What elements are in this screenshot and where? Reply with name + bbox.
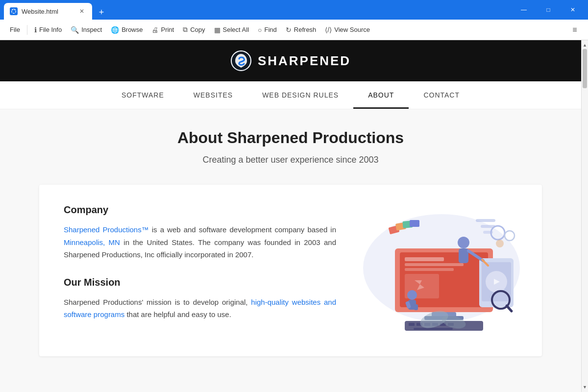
site-header: SHARPENED [0, 40, 581, 81]
illustration-svg [356, 204, 522, 332]
svg-rect-27 [414, 328, 453, 330]
logo-area: SHARPENED [230, 50, 351, 72]
svg-rect-4 [476, 219, 495, 222]
svg-rect-37 [414, 304, 418, 310]
page-subtitle: Creating a better user experience since … [39, 155, 542, 165]
company-section-title: Company [64, 204, 336, 216]
company-section-body: Sharpened Productions™ is a web and soft… [64, 223, 336, 261]
mission-section-body: Sharpened Productions' mission is to dev… [64, 296, 336, 321]
nav-websites[interactable]: WEBSITES [179, 81, 247, 109]
select-all-icon: ▦ [214, 26, 220, 34]
scrollbar-thumb[interactable] [583, 49, 587, 88]
page-content: About Sharpened Productions Creating a b… [0, 109, 581, 392]
find-icon: ○ [258, 26, 262, 34]
svg-point-38 [458, 237, 469, 248]
svg-rect-39 [459, 248, 468, 263]
window-close-button[interactable]: ✕ [562, 2, 584, 17]
refresh-icon: ↻ [286, 26, 292, 34]
select-all-button[interactable]: ▦ Select All [210, 24, 253, 36]
content-card: Company Sharpened Productions™ is a web … [39, 185, 542, 356]
logo-icon [230, 50, 252, 72]
browse-button[interactable]: 🌐 Browse [107, 24, 147, 36]
tab-close-button[interactable]: ✕ [77, 7, 86, 16]
tab-favicon [10, 7, 18, 15]
scrollbar-track: ▲ ▼ [581, 40, 588, 392]
view-source-button[interactable]: ⟨/⟩ View Source [321, 24, 374, 36]
content-illustration [356, 204, 522, 337]
page-scroll[interactable]: SHARPENED SOFTWARE WEBSITES WEB DESIGN R… [0, 40, 581, 392]
nav-web-design-rules[interactable]: WEB DESIGN RULES [247, 81, 353, 109]
copy-label: Copy [190, 26, 205, 33]
inspect-icon: 🔍 [71, 26, 79, 34]
svg-rect-10 [410, 220, 419, 227]
browser-content: SHARPENED SOFTWARE WEBSITES WEB DESIGN R… [0, 40, 588, 392]
inspect-button[interactable]: 🔍 Inspect [67, 24, 106, 36]
active-tab[interactable]: Website.html ✕ [4, 3, 92, 20]
scroll-up-arrow[interactable]: ▲ [582, 41, 588, 49]
svg-point-46 [496, 240, 504, 247]
browse-label: Browse [122, 26, 143, 33]
select-all-label: Select All [223, 26, 249, 33]
file-info-button[interactable]: ℹ File Info [30, 24, 66, 36]
svg-point-34 [407, 290, 417, 300]
copy-button[interactable]: ⧉ Copy [179, 23, 209, 36]
maximize-button[interactable]: □ [537, 2, 560, 17]
find-button[interactable]: ○ Find [254, 24, 281, 36]
print-button[interactable]: 🖨 Print [147, 24, 178, 36]
refresh-label: Refresh [294, 26, 317, 33]
file-info-label: File Info [39, 26, 62, 33]
svg-point-45 [505, 231, 514, 241]
nav-software[interactable]: SOFTWARE [107, 81, 179, 109]
toolbar-separator-1 [27, 25, 27, 35]
inspect-label: Inspect [81, 26, 102, 33]
copy-icon: ⧉ [183, 25, 188, 34]
scroll-down-arrow[interactable]: ▼ [582, 383, 588, 391]
title-bar: Website.html ✕ + — □ ✕ [0, 0, 588, 20]
window-controls: — □ ✕ [513, 2, 584, 17]
tab-title: Website.html [22, 8, 74, 15]
svg-rect-21 [409, 323, 415, 326]
find-label: Find [265, 26, 277, 33]
browse-icon: 🌐 [111, 26, 119, 34]
svg-rect-13 [405, 257, 444, 261]
svg-rect-14 [405, 263, 464, 266]
refresh-button[interactable]: ↻ Refresh [282, 24, 320, 36]
toolbar: File ℹ File Info 🔍 Inspect 🌐 Browse 🖨 Pr… [0, 20, 588, 40]
site-nav: SOFTWARE WEBSITES WEB DESIGN RULES ABOUT… [0, 81, 581, 109]
print-label: Print [161, 26, 174, 33]
svg-rect-15 [405, 268, 454, 271]
page-title: About Sharpened Productions [39, 129, 542, 147]
file-info-icon: ℹ [34, 26, 37, 34]
nav-about[interactable]: ABOUT [353, 81, 409, 109]
view-source-icon: ⟨/⟩ [325, 26, 332, 34]
scrollbar-thumb-area [582, 49, 588, 383]
minimize-button[interactable]: — [513, 2, 535, 17]
logo-text: SHARPENED [258, 53, 351, 69]
content-text: Company Sharpened Productions™ is a web … [64, 204, 336, 337]
mission-section-title: Our Mission [64, 277, 336, 288]
nav-contact[interactable]: CONTACT [409, 81, 474, 109]
file-label: File [10, 26, 20, 33]
tab-area: Website.html ✕ + [4, 0, 511, 20]
new-tab-button[interactable]: + [94, 5, 109, 20]
print-icon: 🖨 [151, 26, 158, 34]
file-button[interactable]: File [6, 24, 24, 36]
toolbar-menu-button[interactable]: ≡ [567, 23, 582, 37]
view-source-label: View Source [334, 26, 370, 33]
